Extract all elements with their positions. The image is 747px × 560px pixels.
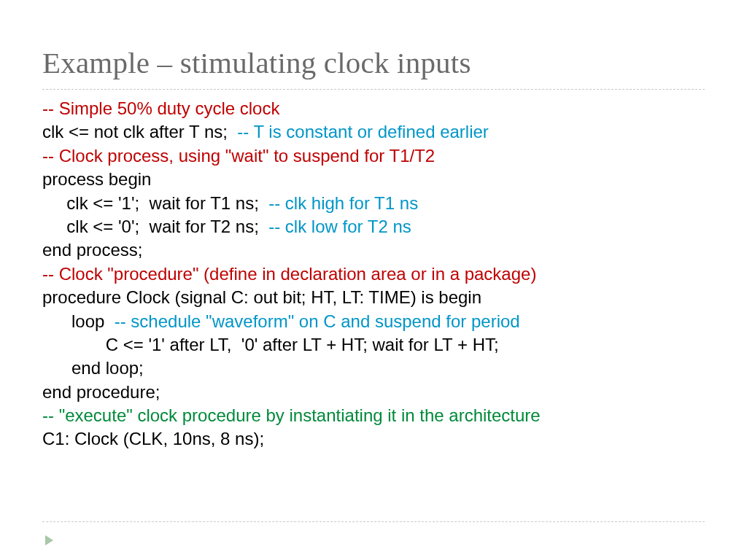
code-line: loop -- schedule "waveform" on C and sus… xyxy=(42,310,705,333)
code-line: process begin xyxy=(42,168,705,191)
comment-text: -- Simple 50% duty cycle clock xyxy=(42,98,279,118)
comment-text: -- "execute" clock procedure by instanti… xyxy=(42,405,541,425)
comment-text: -- Clock process, using "wait" to suspen… xyxy=(42,146,435,166)
code-text: end loop; xyxy=(42,358,144,378)
code-line: clk <= '0'; wait for T2 ns; -- clk low f… xyxy=(42,215,705,238)
code-line: C <= '1' after LT, '0' after LT + HT; wa… xyxy=(42,333,705,357)
code-text: C <= '1' after LT, '0' after LT + HT; wa… xyxy=(42,335,499,354)
comment-text: -- schedule "waveform" on C and suspend … xyxy=(115,311,520,331)
title-divider xyxy=(42,89,705,90)
slide: Example – stimulating clock inputs -- Si… xyxy=(0,0,747,560)
code-line: procedure Clock (signal C: out bit; HT, … xyxy=(42,286,705,309)
comment-text: -- clk low for T2 ns xyxy=(268,217,411,236)
code-line: C1: Clock (CLK, 10ns, 8 ns); xyxy=(42,427,705,451)
code-text: C1: Clock (CLK, 10ns, 8 ns); xyxy=(42,429,264,448)
bullet-marker-icon xyxy=(45,535,53,545)
code-line: -- Simple 50% duty cycle clock xyxy=(42,97,705,120)
code-line: end procedure; xyxy=(42,381,705,404)
code-line: -- "execute" clock procedure by instanti… xyxy=(42,404,705,427)
comment-text: -- T is constant or defined earlier xyxy=(237,122,489,141)
code-text: clk <= '1'; wait for T1 ns; xyxy=(42,193,268,213)
code-text: procedure Clock (signal C: out bit; HT, … xyxy=(42,287,481,307)
code-text: process begin xyxy=(42,169,151,189)
code-line: end loop; xyxy=(42,357,705,380)
comment-text: -- Clock "procedure" (define in declarat… xyxy=(42,264,536,284)
code-text: clk <= '0'; wait for T2 ns; xyxy=(42,217,268,236)
comment-text: -- clk high for T1 ns xyxy=(268,193,418,213)
code-text: end procedure; xyxy=(42,382,160,402)
slide-title: Example – stimulating clock inputs xyxy=(42,45,705,80)
code-text: clk <= not clk after T ns; xyxy=(42,122,237,141)
code-line: -- Clock process, using "wait" to suspen… xyxy=(42,144,705,168)
slide-body: -- Simple 50% duty cycle clock clk <= no… xyxy=(42,97,705,451)
code-text: loop xyxy=(42,311,115,331)
code-line: clk <= '1'; wait for T1 ns; -- clk high … xyxy=(42,192,705,215)
footer-divider xyxy=(42,521,705,522)
code-line: clk <= not clk after T ns; -- T is const… xyxy=(42,120,705,144)
code-line: -- Clock "procedure" (define in declarat… xyxy=(42,262,705,286)
code-text: end process; xyxy=(42,240,142,260)
code-line: end process; xyxy=(42,238,705,262)
